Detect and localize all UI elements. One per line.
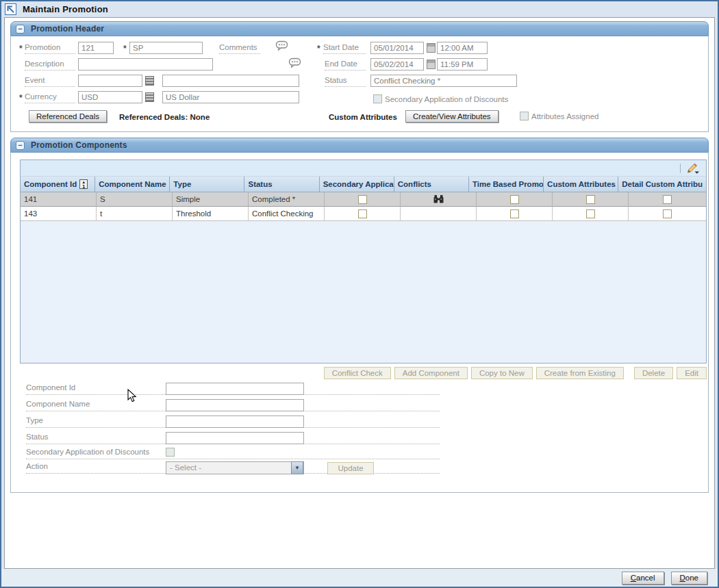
cell-component-name: t bbox=[97, 207, 173, 221]
action-select[interactable]: - Select - bbox=[166, 461, 304, 474]
time-based-promotion-checkbox[interactable] bbox=[510, 209, 519, 218]
promotion-name-field[interactable]: SP bbox=[129, 42, 203, 54]
delete-button[interactable]: Delete bbox=[634, 367, 673, 379]
end-date-calendar-icon[interactable] bbox=[427, 60, 436, 69]
start-date-calendar-icon[interactable] bbox=[427, 43, 436, 53]
return-icon[interactable] bbox=[5, 3, 16, 15]
required-asterisk: * bbox=[19, 93, 23, 103]
start-date-field[interactable]: 05/01/2014 bbox=[370, 42, 424, 54]
title-bar: Maintain Promotion bbox=[1, 1, 718, 16]
custom-attributes-checkbox[interactable] bbox=[586, 195, 595, 204]
cell-detail-custom-attributes bbox=[629, 207, 706, 221]
secondary-discounts-label: Secondary Application of Discounts bbox=[385, 95, 508, 103]
mouse-cursor bbox=[127, 389, 137, 403]
type-field[interactable] bbox=[166, 416, 304, 428]
column-header-time-based-promotion[interactable]: Time Based Promotio bbox=[469, 177, 544, 192]
component-id-field[interactable] bbox=[166, 383, 304, 395]
description-comments-icon[interactable] bbox=[288, 57, 302, 68]
arrow-up-left-icon bbox=[6, 5, 15, 14]
promotion-header-section: − Promotion Header * Promotion 121 * SP … bbox=[10, 21, 709, 132]
secondary-discounts-checkbox[interactable] bbox=[373, 94, 382, 103]
cell-custom-attributes bbox=[553, 192, 629, 207]
secondary-discounts-label: Secondary Application of Discounts bbox=[26, 447, 440, 459]
currency-label: Currency bbox=[25, 92, 75, 103]
create-from-existing-button[interactable]: Create from Existing bbox=[536, 367, 624, 379]
currency-lov-icon[interactable] bbox=[145, 92, 154, 102]
event-name-field[interactable] bbox=[162, 75, 299, 87]
update-button[interactable]: Update bbox=[327, 462, 374, 474]
custom-attributes-label: Custom Attributes bbox=[329, 113, 397, 121]
secondary-application-checkbox[interactable] bbox=[358, 209, 367, 218]
conflict-check-button[interactable]: Conflict Check bbox=[324, 367, 391, 379]
collapse-icon[interactable]: − bbox=[16, 25, 25, 34]
comments-label: Comments bbox=[219, 42, 260, 54]
create-view-attributes-button[interactable]: Create/View Attributes bbox=[405, 110, 499, 123]
cell-component-id: 143 bbox=[21, 207, 97, 221]
cell-type: Simple bbox=[173, 192, 249, 207]
component-name-field[interactable] bbox=[166, 399, 304, 411]
promotion-id-field[interactable]: 121 bbox=[78, 42, 114, 54]
cell-secondary-application bbox=[325, 192, 401, 207]
collapse-icon[interactable]: − bbox=[16, 141, 25, 150]
comments-icon[interactable] bbox=[275, 40, 289, 51]
column-header-custom-attributes[interactable]: Custom Attributes bbox=[544, 177, 618, 192]
promotion-label: Promotion bbox=[25, 42, 75, 54]
add-component-button[interactable]: Add Component bbox=[394, 367, 468, 379]
sort-ascending-1-icon: ▲1 bbox=[79, 179, 88, 189]
description-label: Description bbox=[25, 59, 75, 71]
done-button[interactable]: Done bbox=[671, 572, 708, 585]
event-id-field[interactable] bbox=[78, 75, 142, 87]
detail-custom-attributes-checkbox[interactable] bbox=[663, 195, 672, 204]
toolbar-separator bbox=[680, 164, 681, 173]
currency-code-field[interactable]: USD bbox=[78, 91, 142, 103]
components-table: Component Id ▲1 Component Name Type Stat… bbox=[20, 159, 707, 363]
cell-component-name: S bbox=[97, 192, 173, 207]
cell-conflicts bbox=[401, 192, 477, 207]
start-date-label: Start Date bbox=[323, 42, 366, 54]
time-based-promotion-checkbox[interactable] bbox=[510, 195, 519, 204]
description-field[interactable] bbox=[78, 58, 213, 71]
table-row[interactable]: 141 S Simple Completed * bbox=[21, 192, 706, 207]
component-actions: Conflict Check Add Component Copy to New… bbox=[20, 367, 707, 379]
status-field[interactable]: Conflict Checking * bbox=[370, 75, 517, 87]
promotion-header-titlebar: − Promotion Header bbox=[10, 21, 709, 36]
required-asterisk: * bbox=[123, 44, 127, 53]
column-header-component-name[interactable]: Component Name bbox=[95, 177, 170, 192]
attributes-assigned-label: Attributes Assigned bbox=[531, 112, 598, 120]
column-header-component-id[interactable]: Component Id ▲1 bbox=[21, 177, 95, 192]
column-header-conflicts[interactable]: Conflicts bbox=[394, 177, 469, 192]
column-header-secondary-application[interactable]: Secondary Applicatio bbox=[320, 177, 394, 192]
attributes-assigned-checkbox[interactable] bbox=[520, 112, 529, 120]
cell-detail-custom-attributes bbox=[629, 192, 706, 207]
section-title: Promotion Components bbox=[31, 140, 127, 150]
custom-attributes-checkbox[interactable] bbox=[586, 209, 595, 218]
secondary-application-checkbox[interactable] bbox=[358, 195, 367, 204]
event-lov-icon[interactable] bbox=[145, 76, 154, 86]
page-title: Maintain Promotion bbox=[23, 4, 108, 14]
required-asterisk: * bbox=[19, 44, 23, 53]
end-date-field[interactable]: 05/02/2014 bbox=[370, 58, 424, 71]
status-field[interactable] bbox=[166, 432, 304, 444]
event-label: Event bbox=[25, 75, 75, 87]
currency-name-field[interactable]: US Dollar bbox=[162, 91, 299, 103]
table-empty-area bbox=[21, 221, 706, 363]
table-toolbar bbox=[21, 160, 706, 177]
cell-time-based-promotion bbox=[477, 207, 553, 221]
edit-button[interactable]: Edit bbox=[677, 367, 707, 379]
conflicts-binoculars-icon[interactable] bbox=[433, 195, 444, 203]
copy-to-new-button[interactable]: Copy to New bbox=[471, 367, 533, 379]
edit-pencil-icon[interactable] bbox=[685, 162, 701, 175]
column-header-detail-custom-attributes[interactable]: Detail Custom Attribu bbox=[618, 177, 706, 192]
chevron-down-icon[interactable]: ▼ bbox=[291, 461, 303, 474]
table-row[interactable]: 143 t Threshold Conflict Checking bbox=[21, 207, 706, 221]
column-header-status[interactable]: Status bbox=[244, 177, 319, 192]
detail-custom-attributes-checkbox[interactable] bbox=[663, 209, 672, 218]
promotion-components-titlebar: − Promotion Components bbox=[10, 138, 709, 153]
column-header-type[interactable]: Type bbox=[170, 177, 244, 192]
secondary-discounts-checkbox[interactable] bbox=[166, 448, 175, 457]
referenced-deals-button[interactable]: Referenced Deals bbox=[29, 110, 107, 123]
start-time-field[interactable]: 12:00 AM bbox=[437, 42, 488, 54]
cancel-button[interactable]: Cancel bbox=[622, 572, 664, 585]
section-title: Promotion Header bbox=[31, 24, 104, 34]
end-time-field[interactable]: 11:59 PM bbox=[437, 58, 488, 71]
